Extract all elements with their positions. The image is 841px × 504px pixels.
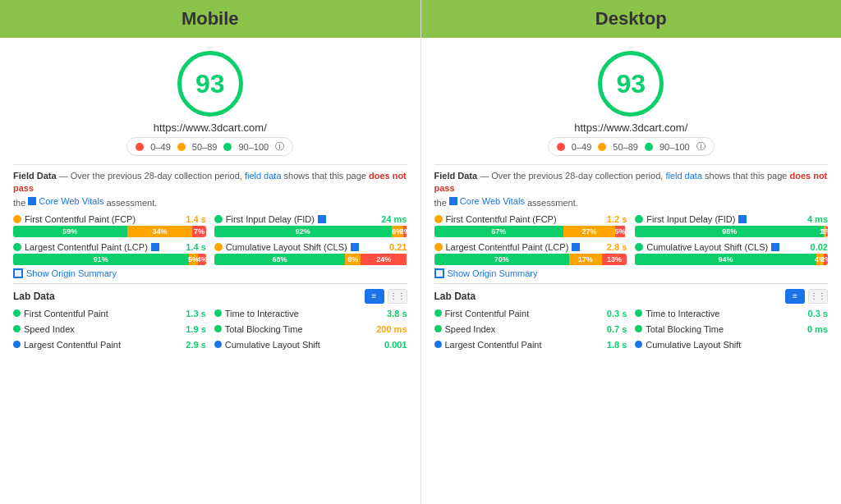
metric-bar-0: 67%27%5% (434, 226, 627, 237)
desktop-lab-icons: ≡ ⋮⋮ (785, 289, 828, 304)
mobile-show-origin[interactable]: Show Origin Summary (13, 268, 407, 278)
bar-seg-0-1: 34% (127, 226, 193, 237)
metric-block-2: Largest Contentful Paint (LCP) 2.8 s 70%… (434, 242, 627, 265)
lab-metric-row-4: Largest Contentful Paint 2.9 s (13, 338, 206, 351)
bar-seg-1-0: 98% (635, 226, 824, 237)
legend-info-icon[interactable]: ⓘ (275, 140, 284, 153)
panel-mobile: Mobile93https://www.3dcart.com/ 0–49 50–… (0, 0, 421, 504)
metric-block-0: First Contentful Paint (FCP) 1.4 s 59%34… (13, 214, 206, 237)
metric-blue-dot-3 (771, 243, 779, 251)
metric-label-3: Cumulative Layout Shift (CLS) (635, 242, 779, 252)
lab-list-icon[interactable]: ≡ (785, 289, 805, 304)
metric-value-1: 24 ms (381, 214, 407, 224)
field-data-assessment: assessment. (527, 197, 578, 207)
lab-metric-label-3: Total Blocking Time (214, 324, 303, 334)
metric-label-1: First Input Delay (FID) (635, 214, 747, 224)
lab-metric-row-3: Total Blocking Time 0 ms (635, 323, 828, 336)
metric-block-1: First Input Delay (FID) 24 ms 92%6%2% (214, 214, 407, 237)
mobile-field-data: Field Data — Over the previous 28-day co… (13, 170, 407, 209)
bar-seg-3-1: 8% (345, 254, 361, 265)
lab-dot-5 (635, 341, 642, 348)
lab-grid-icon[interactable]: ⋮⋮ (808, 289, 828, 304)
desktop-score-circle: 93 (598, 51, 664, 117)
field-data-title: Field Data (13, 171, 57, 181)
desktop-header: Desktop (421, 0, 842, 38)
metric-label-text-3: Cumulative Layout Shift (CLS) (226, 242, 347, 252)
core-vitals-link[interactable]: Core Web Vitals (39, 195, 103, 208)
field-data-text: — Over the previous 28-day collection pe… (480, 171, 663, 181)
lab-dot-1 (635, 309, 642, 317)
lab-metric-row-0: First Contentful Paint 1.3 s (13, 307, 206, 320)
lab-val-0: 1.3 s (186, 309, 205, 318)
bar-seg-2-0: 91% (13, 254, 189, 265)
bar-seg-1-2: 1% (826, 226, 828, 237)
metric-dot-2 (13, 243, 21, 251)
lab-metric-row-5: Cumulative Layout Shift (635, 338, 828, 351)
mobile-body: 93https://www.3dcart.com/ 0–49 50–89 90–… (0, 38, 420, 504)
lab-metric-label-5: Cumulative Layout Shift (635, 340, 741, 350)
metric-header-3: Cumulative Layout Shift (CLS) 0.21 (214, 242, 407, 252)
lab-list-icon[interactable]: ≡ (365, 289, 384, 304)
metric-label-text-0: First Contentful Paint (FCP) (446, 214, 557, 224)
core-vitals-link[interactable]: Core Web Vitals (460, 195, 525, 208)
core-vitals-icon (28, 197, 36, 205)
lab-label-text-2: Speed Index (24, 324, 75, 334)
origin-label: Show Origin Summary (448, 268, 538, 278)
bar-seg-2-2: 4% (198, 254, 205, 265)
lab-val-0: 0.3 s (607, 309, 627, 318)
lab-metric-label-1: Time to Interactive (635, 309, 719, 318)
metric-label-text-1: First Input Delay (FID) (646, 214, 735, 224)
mobile-score-section: 93https://www.3dcart.com/ 0–49 50–89 90–… (13, 46, 407, 159)
desktop-lab-section: Lab Data ≡ ⋮⋮ First Contentful Paint 0.3… (434, 289, 829, 351)
metric-bar-2: 91%5%4% (13, 254, 206, 265)
metric-header-1: First Input Delay (FID) 24 ms (214, 214, 407, 224)
lab-label-text-0: First Contentful Paint (24, 309, 108, 318)
metric-dot-1 (214, 215, 223, 223)
lab-val-1: 0.3 s (808, 309, 828, 318)
metric-blue-dot-2 (572, 243, 580, 251)
bar-seg-3-2: 2% (824, 254, 828, 265)
lab-label-text-5: Cumulative Layout Shift (646, 340, 741, 350)
lab-val-1: 3.8 s (387, 309, 407, 318)
core-vitals-icon (449, 197, 457, 205)
lab-val-3: 0 ms (807, 324, 828, 334)
mobile-lab-grid: First Contentful Paint 1.3 s Time to Int… (13, 307, 407, 351)
lab-dot-4 (434, 341, 442, 348)
legend-red-dot (136, 143, 144, 151)
field-data-end: the (434, 197, 447, 207)
field-data-link[interactable]: field data (245, 171, 282, 181)
lab-label-text-0: First Contentful Paint (445, 309, 530, 318)
metric-header-0: First Contentful Paint (FCP) 1.4 s (13, 214, 206, 224)
legend-orange-dot (598, 143, 606, 151)
field-data-title: Field Data (434, 171, 478, 181)
metric-label-text-2: Largest Contentful Paint (LCP) (446, 242, 569, 252)
lab-val-2: 1.9 s (186, 324, 205, 334)
lab-label-text-3: Total Blocking Time (646, 324, 724, 334)
lab-metric-label-1: Time to Interactive (214, 309, 299, 318)
origin-checkbox (434, 268, 444, 278)
metric-value-0: 1.2 s (607, 214, 627, 224)
lab-grid-icon[interactable]: ⋮⋮ (388, 289, 407, 304)
desktop-url[interactable]: https://www.3dcart.com/ (574, 121, 687, 134)
mobile-metrics-grid: First Contentful Paint (FCP) 1.4 s 59%34… (13, 214, 407, 265)
legend-info-icon[interactable]: ⓘ (696, 140, 705, 153)
desktop-metrics-grid: First Contentful Paint (FCP) 1.2 s 67%27… (434, 214, 829, 265)
metric-dot-2 (434, 243, 443, 251)
mobile-url[interactable]: https://www.3dcart.com/ (154, 121, 267, 134)
metric-value-2: 1.4 s (186, 242, 205, 252)
lab-dot-1 (214, 309, 222, 317)
field-data-middle: shows that this page (705, 171, 787, 181)
desktop-show-origin[interactable]: Show Origin Summary (434, 268, 829, 278)
field-data-link[interactable]: field data (665, 171, 702, 181)
bar-seg-2-2: 13% (602, 254, 627, 265)
legend-orange-dot (177, 143, 186, 151)
lab-dot-2 (13, 325, 21, 332)
bar-seg-3-2: 24% (361, 254, 407, 265)
lab-dot-0 (434, 309, 442, 317)
desktop-lab-header: Lab Data ≡ ⋮⋮ (434, 289, 829, 304)
metric-block-1: First Input Delay (FID) 4 ms 98%1%1% (635, 214, 828, 237)
metric-label-2: Largest Contentful Paint (LCP) (13, 242, 159, 252)
lab-metric-row-2: Speed Index 0.7 s (434, 323, 627, 336)
legend-range-1: 50–89 (613, 142, 638, 152)
origin-label: Show Origin Summary (26, 268, 117, 278)
